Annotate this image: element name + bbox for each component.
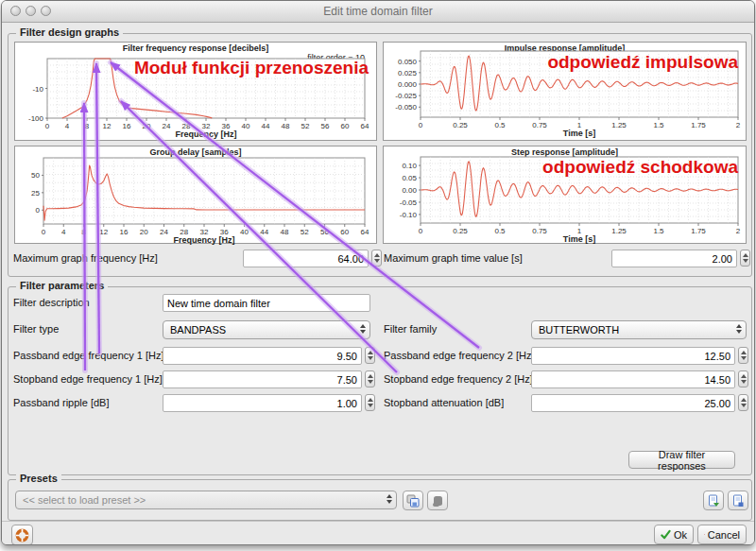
draw-filter-responses-label: Draw filter responses [635,449,729,472]
ripple-input[interactable] [163,394,362,412]
delete-preset-icon [431,494,444,508]
svg-text:24: 24 [163,122,171,130]
svg-text:Time [s]: Time [s] [563,234,595,244]
svg-text:20: 20 [143,122,151,130]
svg-text:20: 20 [140,228,148,236]
plot-step-response: Step response [amplitude] 00.250.50.7511… [383,146,747,244]
group-label-filter-parameters: Filter parameters [16,280,108,291]
filter-description-input[interactable] [163,294,370,312]
svg-text:-10: -10 [32,85,43,94]
filter-family-select[interactable]: BUTTERWORTH [531,320,747,339]
svg-text:1.75: 1.75 [691,227,706,235]
svg-text:52: 52 [301,122,310,130]
stopband1-stepper[interactable] [365,370,375,387]
stopband2-stepper[interactable] [738,370,748,387]
combo-arrows-icon [736,324,742,334]
cancel-label: Cancel [708,529,740,541]
svg-text:0.00: 0.00 [402,186,417,195]
svg-text:56: 56 [320,228,329,236]
passband2-stepper[interactable] [738,347,748,364]
svg-text:60: 60 [341,122,350,130]
attenuation-stepper[interactable] [738,394,748,411]
group-delay-chart: 048121620242832364044485256606450250Freq… [15,146,378,245]
svg-text:0: 0 [45,122,50,130]
max-frequency-input[interactable] [243,250,369,267]
svg-text:0: 0 [419,227,423,235]
svg-text:-0.10: -0.10 [400,211,418,219]
load-presets-file-button[interactable] [703,491,724,510]
stopband1-input[interactable] [163,370,362,388]
stopband2-label: Stopband edge frequency 2 [Hz] [384,373,533,385]
save-preset-icon [406,494,420,508]
svg-text:0.25: 0.25 [453,121,468,129]
combo-arrows-icon [387,494,392,504]
svg-text:1.75: 1.75 [691,121,706,129]
svg-text:0.05: 0.05 [402,174,417,182]
svg-text:0.025: 0.025 [398,69,418,77]
preset-select[interactable]: << select to load preset >> [15,491,397,509]
group-label-filter-design-graphs: Filter design graphs [16,26,123,38]
svg-text:0.75: 0.75 [532,227,547,235]
svg-text:0: 0 [36,206,41,215]
passband1-stepper[interactable] [365,347,375,364]
ok-button[interactable]: Ok [654,525,694,544]
svg-text:0.5: 0.5 [494,121,506,129]
annotation-transfer-function: Moduł funkcji przenoszenia [134,58,369,78]
filter-type-label: Filter type [13,323,59,335]
svg-text:24: 24 [160,228,168,236]
svg-text:60: 60 [340,228,349,236]
svg-text:-0.05: -0.05 [400,198,418,207]
attenuation-label: Stopband attenuation [dB] [384,397,504,408]
max-time-input[interactable] [611,250,737,267]
svg-text:12: 12 [103,122,112,130]
load-presets-file-icon [707,494,720,508]
svg-text:0.75: 0.75 [532,121,547,129]
svg-text:2: 2 [736,121,741,129]
save-presets-file-button[interactable] [728,491,748,510]
passband2-input[interactable] [531,347,735,365]
svg-text:0.5: 0.5 [494,227,506,235]
svg-text:0.050: 0.050 [398,58,418,66]
svg-text:0.25: 0.25 [453,227,468,235]
plot-group-delay: Group delay [samples] 048121620242832364… [14,146,377,244]
max-time-stepper[interactable] [740,250,750,267]
preset-select-value: << select to load preset >> [23,494,146,506]
annotation-step-response: odpowiedź schodkowa [542,157,738,178]
svg-text:-0.050: -0.050 [395,103,417,112]
svg-text:40: 40 [242,122,250,130]
footer-bar: Ok Cancel [2,521,754,544]
svg-text:-100: -100 [28,114,44,123]
svg-text:44: 44 [262,122,270,130]
svg-text:52: 52 [301,228,309,236]
svg-text:64: 64 [361,228,369,236]
attenuation-input[interactable] [531,394,735,412]
svg-text:44: 44 [260,228,268,236]
ripple-label: Passband ripple [dB] [13,397,110,408]
check-icon [661,529,671,541]
draw-filter-responses-button[interactable]: Draw filter responses [628,451,735,469]
filter-description-label: Filter description [13,297,90,308]
save-preset-button[interactable] [403,491,423,510]
svg-text:4: 4 [61,228,66,236]
svg-text:50: 50 [31,171,40,180]
passband1-input[interactable] [163,347,362,365]
svg-text:56: 56 [321,122,330,130]
titlebar: Edit time domain filter [2,1,754,23]
svg-text:1.25: 1.25 [611,227,627,235]
filter-type-select[interactable]: BANDPASS [163,320,370,339]
save-presets-file-icon [731,494,745,508]
delete-preset-button[interactable] [427,491,448,510]
ripple-stepper[interactable] [365,394,375,411]
filter-family-label: Filter family [384,323,437,335]
passband1-label: Passband edge frequency 1 [Hz] [13,350,164,361]
passband2-label: Passband edge frequency 2 [Hz] [384,350,535,361]
help-button[interactable] [11,525,33,545]
svg-text:64: 64 [361,122,369,130]
svg-text:Frequency [Hz]: Frequency [Hz] [175,129,236,139]
svg-text:1.5: 1.5 [653,227,664,235]
max-frequency-stepper[interactable] [371,250,382,267]
cancel-button[interactable]: Cancel [697,525,747,544]
svg-text:1.5: 1.5 [653,121,664,129]
stopband2-input[interactable] [531,370,735,388]
filter-family-value: BUTTERWORTH [539,324,619,336]
